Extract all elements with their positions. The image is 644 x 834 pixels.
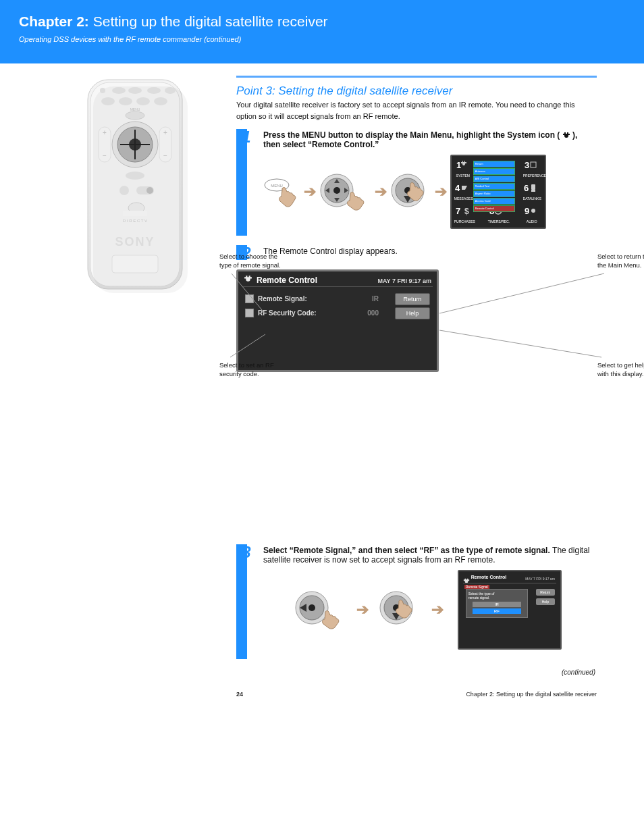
step-1-text: Press the MENU button to display the Mai…	[254, 130, 597, 149]
svg-rect-48	[531, 162, 536, 167]
section-title: Point 3: Setting the digital satellite r…	[236, 84, 597, 98]
svg-point-67	[308, 604, 315, 611]
callout-help: Select to get helpwith this display.	[597, 361, 644, 379]
mini2-option-rf[interactable]: RF	[473, 608, 521, 614]
svg-point-10	[136, 97, 150, 105]
svg-text:−: −	[103, 152, 107, 159]
footer-caption: Chapter 2: Setting up the digital satell…	[466, 691, 597, 698]
svg-rect-32	[112, 255, 158, 273]
arrow-icon: ➔	[356, 601, 369, 618]
svg-text:+: +	[103, 129, 107, 136]
step-3-text-leading: Select “Remote Signal,” and then select …	[263, 546, 552, 555]
arrow-icon: ➔	[304, 183, 316, 200]
remote-illustration: MENU + − + −	[61, 76, 203, 298]
menu-button-press-icon: MENU	[263, 175, 301, 209]
svg-text:1: 1	[456, 160, 461, 170]
callout-return: Select to return tothe Main Menu.	[597, 252, 644, 270]
svg-point-4	[112, 87, 126, 94]
mini2-help-button[interactable]: Help	[536, 598, 555, 605]
svg-text:D I R E C T V: D I R E C T V	[123, 219, 147, 223]
svg-text:MENU: MENU	[271, 184, 283, 188]
svg-point-12	[126, 111, 144, 120]
menu-cell-3: 3 PREFERENCES	[523, 159, 541, 178]
svg-text:4: 4	[455, 183, 460, 193]
callout-code: Select to set an RFsecurity code.	[219, 361, 294, 379]
svg-point-6	[147, 87, 161, 94]
row-security-code: RF Security Code: 000 Help	[245, 307, 430, 319]
remote-signal-button[interactable]	[245, 294, 254, 303]
submenu-item: Access Card	[473, 198, 515, 205]
section-rule	[236, 76, 597, 78]
display-datetime: MAY 7 FRI 9:17 am	[377, 278, 431, 284]
return-button[interactable]: Return	[395, 293, 430, 305]
svg-point-8	[101, 97, 115, 105]
chapter-label: Chapter 2:	[19, 14, 89, 29]
system-submenu: Return Antenna A/B Control Guided Test A…	[473, 160, 515, 213]
submenu-item: A/B Control	[473, 176, 515, 182]
menu-cell-6: 6 DATALINKS	[523, 182, 541, 201]
arrow-icon: ➔	[431, 601, 444, 618]
help-button[interactable]: Help	[395, 307, 430, 319]
svg-text:7: 7	[456, 206, 460, 216]
joystick-press-icon	[390, 173, 432, 211]
submenu-item: Aspect Ratio	[473, 190, 515, 197]
security-code-button[interactable]	[245, 309, 254, 317]
remote-sidebar: MENU + − + −	[61, 76, 230, 301]
remote-control-screen-figure: Select to choose thetype of remote signa…	[246, 269, 597, 372]
step-1-text-leading: Press the MENU button to display the Mai…	[263, 130, 562, 140]
svg-point-41	[333, 187, 340, 194]
menu-cell-4: 4 MESSAGES	[454, 182, 472, 201]
step-3: 3 Select “Remote Signal,” and then selec…	[236, 544, 597, 659]
svg-point-28	[146, 187, 153, 194]
chapter-subtitle: Operating DSS devices with the RF remote…	[19, 35, 644, 43]
svg-point-11	[154, 97, 167, 105]
plug-icon	[562, 131, 570, 139]
step-1: 1 Press the MENU button to display the M…	[236, 129, 597, 236]
joystick-navigate-icon	[319, 173, 372, 211]
chapter-heading: Chapter 2: Setting up the digital satell…	[19, 14, 644, 30]
step-3-text: Select “Remote Signal,” and then select …	[254, 546, 597, 565]
mini2-option-ir[interactable]: IR	[473, 602, 521, 607]
page-number: 24	[236, 691, 243, 698]
submenu-item: Return	[473, 161, 515, 167]
svg-text:MENU: MENU	[130, 107, 140, 111]
main-menu-screen: 1 SYSTEM 3 PREFERENCES 4 MESSAGES 6	[450, 155, 546, 229]
joystick-left-icon	[294, 590, 347, 629]
mini2-dialog: Select the type ofremote signal. IR RF	[466, 589, 528, 618]
plug-icon	[244, 274, 252, 285]
mini2-title: Remote Control	[471, 575, 507, 579]
mini2-return-button[interactable]: Return	[536, 589, 555, 596]
svg-point-7	[165, 87, 176, 94]
row-remote-signal: Remote Signal: IR Return	[245, 293, 430, 305]
step-1-number: 1	[238, 128, 255, 147]
page-footer: 24 Chapter 2: Setting up the digital sat…	[236, 691, 597, 698]
menu-cell-1: 1 SYSTEM	[454, 159, 472, 178]
svg-text:6: 6	[524, 183, 529, 193]
security-code-value: 000	[367, 309, 379, 317]
step-2-text: The Remote Control display appears.	[254, 246, 597, 256]
step-3-iconrow: ➔ ➔	[294, 570, 590, 650]
section-intro: Your digital satellite receiver is facto…	[236, 99, 597, 122]
remote-signal-label: Remote Signal:	[258, 295, 372, 303]
display-title: Remote Control	[257, 276, 377, 285]
menu-cell-9: 9 AUDIO	[523, 205, 541, 224]
svg-text:SONY: SONY	[115, 235, 155, 249]
svg-text:3: 3	[525, 160, 529, 170]
svg-text:−: −	[163, 152, 167, 159]
svg-text:$: $	[464, 207, 469, 216]
joystick-press-icon	[379, 590, 422, 629]
svg-rect-29	[123, 211, 147, 216]
svg-point-3	[100, 88, 105, 93]
mini2-body: Select the type ofremote signal.	[468, 592, 525, 600]
svg-point-25	[126, 172, 144, 180]
menu-cell-7: 7$ PURCHASES	[454, 205, 472, 224]
remote-signal-select-screen: Remote Control MAY 7 FRI 9:17 am Remote …	[458, 570, 562, 650]
svg-point-5	[128, 87, 142, 94]
svg-text:+: +	[163, 129, 167, 136]
continued-label: (continued)	[236, 669, 595, 676]
submenu-item-active: Remote Control	[473, 205, 515, 212]
svg-text:9: 9	[525, 206, 529, 216]
chapter-title: Setting up the digital satellite receive…	[93, 14, 328, 29]
svg-rect-52	[531, 190, 535, 192]
arrow-icon: ➔	[375, 183, 387, 200]
